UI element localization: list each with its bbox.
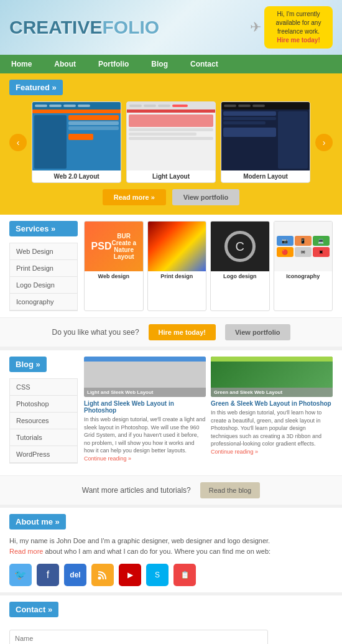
nav-about[interactable]: About	[43, 55, 87, 73]
about-section: About me » Hi, my name is John Doe and I…	[0, 508, 342, 592]
blog-thumb-1: Light and Sleek Web Layout	[84, 357, 206, 397]
services-items: PSD BURCreate aNatureLayout Web design P…	[84, 221, 333, 311]
service-print-label: Print design	[148, 271, 206, 281]
services-nav-print[interactable]: Print Design	[10, 260, 77, 277]
carousel-prev[interactable]: ‹	[9, 134, 27, 151]
more-articles-bar: Want more articles and tutorials? Read t…	[0, 475, 342, 505]
service-print: Print design	[147, 221, 207, 311]
services-nav-logo[interactable]: Logo Design	[10, 277, 77, 294]
service-logo-thumb: C	[211, 222, 269, 271]
featured-header: Featured »	[9, 80, 63, 95]
hire-me-button[interactable]: Hire me today!	[149, 324, 216, 340]
carousel-item-modern: Modern Layout	[221, 101, 310, 183]
services-nav: Web Design Print Design Logo Design Icon…	[9, 243, 78, 311]
blog-post-1: Light and Sleek Web Layout Light and Sle…	[84, 357, 206, 463]
read-blog-button[interactable]: Read the blog	[200, 482, 261, 498]
services-nav-icon[interactable]: Iconography	[10, 294, 77, 310]
blog-nav-tutorials[interactable]: Tutorials	[10, 429, 77, 446]
nav-contact[interactable]: Contact	[179, 55, 229, 73]
service-web-thumb: PSD BURCreate aNatureLayout	[85, 222, 143, 271]
facebook-icon[interactable]: f	[37, 564, 59, 586]
services-section: Services » Web Design Print Design Logo …	[0, 215, 342, 317]
service-print-thumb	[148, 222, 206, 271]
header: CREATIVEFOLIO ✈ Hi, I'm currently availa…	[0, 0, 342, 55]
thumb-modern	[221, 102, 310, 170]
about-header: About me »	[9, 514, 66, 530]
blog-thumb-label-1: Light and Sleek Web Layout	[84, 388, 206, 397]
blog-thumb-label-2: Green and Sleek Web Layout	[211, 388, 333, 397]
contact-form: SEND	[9, 623, 333, 644]
blog-posts: Light and Sleek Web Layout Light and Sle…	[84, 357, 333, 463]
blog-post-excerpt-2: In this web design tutorial, you'll lear…	[211, 409, 333, 456]
rss-icon[interactable]	[91, 564, 114, 586]
blog-content: Light and Sleek Web Layout Light and Sle…	[84, 357, 333, 469]
view-portfolio-button[interactable]: View portfolio	[172, 189, 240, 205]
carousel-item-light: Light Layout	[126, 101, 216, 183]
carousel-next[interactable]: ›	[315, 134, 333, 151]
nav-home[interactable]: Home	[0, 55, 43, 73]
name-field-wrapper	[9, 630, 268, 644]
carousel-items: Web 2.0 Layout	[32, 101, 310, 183]
contact-header: Contact »	[9, 602, 58, 617]
logo: CREATIVEFOLIO	[9, 17, 159, 38]
service-web-label: Web design	[85, 271, 143, 281]
service-icon-label: Iconography	[274, 271, 333, 281]
blog-post-title-2: Green & Sleek Web Layout in Photoshop	[211, 400, 333, 407]
service-logo: C Logo design	[210, 221, 270, 311]
delicious-icon[interactable]: del	[64, 564, 86, 586]
service-web: PSD BURCreate aNatureLayout Web design	[84, 221, 144, 311]
hire-question: Do you like what you see?	[52, 328, 139, 337]
hire-bubble[interactable]: Hi, I'm currently available for any free…	[264, 6, 333, 49]
blog-nav: CSS Photoshop Resources Tutorials WordPr…	[9, 378, 78, 464]
nav-blog[interactable]: Blog	[140, 55, 179, 73]
nav-portfolio[interactable]: Portfolio	[87, 55, 140, 73]
svg-point-0	[98, 576, 101, 579]
blog-post-excerpt-1: In this web design tutorial, we'll creat…	[84, 416, 206, 463]
more-articles-text: Want more articles and tutorials?	[82, 486, 191, 495]
featured-section: Featured » ‹	[0, 73, 342, 215]
carousel-item-web20: Web 2.0 Layout	[32, 101, 121, 183]
featured-carousel: ‹	[9, 101, 333, 183]
blog-header: Blog »	[9, 357, 47, 372]
blog-nav-resources[interactable]: Resources	[10, 413, 77, 429]
carousel-label-light: Light Layout	[127, 170, 215, 182]
service-icon-thumb: 📷 📱 💻 🔴 ✉ ✖	[274, 222, 333, 271]
blog-read-more-2[interactable]: Continue reading »	[211, 449, 258, 455]
blog-sidebar: Blog » CSS Photoshop Resources Tutorials…	[9, 357, 78, 469]
social-icons: 🐦 f del ▶ S 📋	[9, 564, 333, 586]
services-header: Services »	[9, 221, 78, 236]
thumb-web20	[32, 102, 121, 170]
blog-nav-css[interactable]: CSS	[10, 379, 77, 396]
services-portfolio-button[interactable]: View portfolio	[225, 324, 290, 340]
services-sidebar: Services » Web Design Print Design Logo …	[9, 221, 78, 311]
hire-link[interactable]: Hire me today!	[277, 37, 320, 44]
paper-plane-icon: ✈	[250, 19, 261, 35]
services-inner: Services » Web Design Print Design Logo …	[9, 221, 333, 311]
navigation: Home About Portfolio Blog Contact	[0, 55, 342, 73]
blog-read-more-1[interactable]: Continue reading »	[84, 455, 131, 462]
about-text: Hi, my name is John Doe and I'm a graphi…	[9, 536, 333, 558]
service-icon: 📷 📱 💻 🔴 ✉ ✖ Iconography	[274, 221, 333, 311]
twitter-icon[interactable]: 🐦	[9, 564, 32, 586]
blog-inner: Blog » CSS Photoshop Resources Tutorials…	[9, 357, 333, 469]
thumb-light	[127, 102, 215, 170]
read-more-button[interactable]: Read more »	[103, 189, 166, 205]
blog-post-title-1: Light and Sleek Web Layout in Photoshop	[84, 400, 206, 414]
skype-icon[interactable]: S	[146, 564, 169, 586]
blog-thumb-2: Green and Sleek Web Layout	[211, 357, 333, 397]
blog-section: Blog » CSS Photoshop Resources Tutorials…	[0, 350, 342, 475]
carousel-label-web20: Web 2.0 Layout	[32, 170, 121, 182]
blog-nav-wordpress[interactable]: WordPress	[10, 446, 77, 463]
misc-icon[interactable]: 📋	[173, 564, 196, 586]
service-logo-label: Logo design	[211, 271, 269, 281]
about-read-more-link[interactable]: Read more	[9, 548, 43, 555]
hire-bar: Do you like what you see? Hire me today!…	[0, 317, 342, 347]
youtube-icon[interactable]: ▶	[119, 564, 141, 586]
contact-section: Contact » SEND	[0, 595, 342, 644]
blog-post-2: Green and Sleek Web Layout Green & Sleek…	[211, 357, 333, 463]
featured-buttons: Read more » View portfolio	[9, 189, 333, 205]
blog-nav-photoshop[interactable]: Photoshop	[10, 396, 77, 413]
carousel-label-modern: Modern Layout	[221, 170, 310, 182]
services-nav-web[interactable]: Web Design	[10, 243, 77, 260]
name-input[interactable]	[9, 630, 268, 644]
